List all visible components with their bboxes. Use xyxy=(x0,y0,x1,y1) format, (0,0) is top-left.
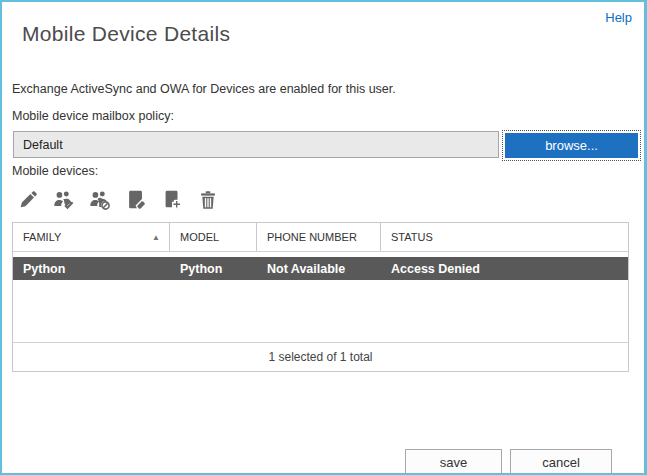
pencil-icon xyxy=(17,189,39,211)
policy-label: Mobile device mailbox policy: xyxy=(12,109,174,123)
help-link[interactable]: Help xyxy=(605,10,632,25)
column-header-status-label: STATUS xyxy=(391,231,433,243)
block-device-button[interactable] xyxy=(86,187,114,213)
wipe-device-button[interactable] xyxy=(122,187,150,213)
cell-family: Python xyxy=(13,262,170,276)
edit-device-button[interactable] xyxy=(14,187,42,213)
device-add-icon xyxy=(161,189,183,211)
table-footer: 1 selected of 1 total xyxy=(13,342,628,371)
save-button[interactable]: save xyxy=(405,449,502,475)
browse-button[interactable]: browse... xyxy=(505,133,638,158)
page-title: Mobile Device Details xyxy=(22,22,230,46)
column-header-model-label: MODEL xyxy=(180,231,219,243)
column-header-family-label: FAMILY xyxy=(23,231,61,243)
device-wipe-icon xyxy=(125,189,147,211)
cancel-button[interactable]: cancel xyxy=(510,449,612,475)
users-block-icon xyxy=(88,189,112,211)
column-header-status[interactable]: STATUS xyxy=(381,223,628,251)
cell-model: Python xyxy=(170,262,257,276)
table-row-selected[interactable]: Python Python Not Available Access Denie… xyxy=(13,257,628,280)
column-header-family[interactable]: FAMILY ▲ xyxy=(13,223,170,251)
column-header-model[interactable]: MODEL xyxy=(170,223,257,251)
add-device-button[interactable] xyxy=(158,187,186,213)
column-header-phone-number[interactable]: PHONE NUMBER xyxy=(257,223,381,251)
devices-toolbar xyxy=(14,187,222,213)
mobile-devices-label: Mobile devices: xyxy=(12,164,98,178)
policy-input[interactable] xyxy=(13,131,499,158)
table-empty-area xyxy=(13,280,628,342)
cell-phone-number: Not Available xyxy=(257,262,381,276)
trash-icon xyxy=(197,189,219,211)
browse-button-focus-ring: browse... xyxy=(502,130,641,161)
table-header-row: FAMILY ▲ MODEL PHONE NUMBER STATUS xyxy=(13,223,628,252)
activesync-status-text: Exchange ActiveSync and OWA for Devices … xyxy=(12,82,396,96)
devices-table: FAMILY ▲ MODEL PHONE NUMBER STATUS Pytho… xyxy=(12,222,629,372)
mobile-device-details-dialog: Help Mobile Device Details Exchange Acti… xyxy=(0,0,647,475)
cell-status: Access Denied xyxy=(381,262,628,276)
delete-device-button[interactable] xyxy=(194,187,222,213)
column-header-phone-label: PHONE NUMBER xyxy=(267,231,357,243)
users-check-icon xyxy=(52,189,76,211)
allow-device-button[interactable] xyxy=(50,187,78,213)
sort-ascending-icon: ▲ xyxy=(152,233,160,242)
selection-count-text: 1 selected of 1 total xyxy=(268,350,372,364)
